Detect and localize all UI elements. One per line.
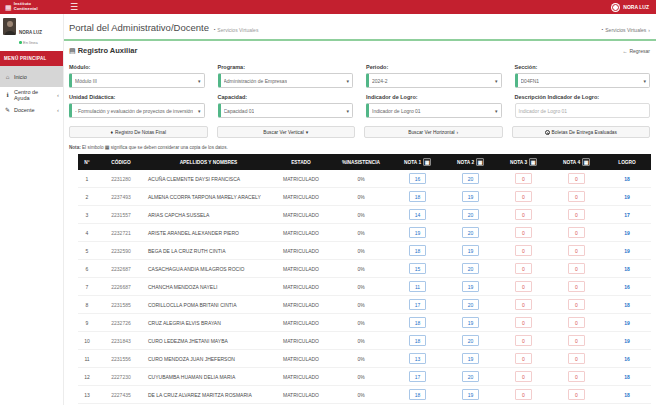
grid-icon[interactable]: ▦ [582,158,590,166]
nota1-input[interactable]: 18 [409,317,426,328]
grid-icon[interactable]: ▦ [476,158,484,166]
col-header-nota-2: NOTA 2▦ [444,154,497,170]
cell-nota3: 0 [497,206,550,224]
topbar-user-menu[interactable]: NORA LUZ [611,3,656,12]
nota4-input[interactable]: 0 [568,227,585,238]
logro-value[interactable]: 19 [624,194,630,200]
logro-value[interactable]: 19 [624,320,630,326]
nota4-input[interactable]: 0 [568,317,585,328]
nota3-input[interactable]: 0 [515,263,532,274]
col-header-inasistencia: %INASISTENCIA [331,154,391,170]
col-header-logro: LOGRO [603,154,651,170]
nota1-input[interactable]: 13 [409,353,426,364]
sidebar-user-name: NORA LUZ [19,30,42,35]
logro-value[interactable]: 18 [624,374,630,380]
nota1-input[interactable]: 18 [409,389,426,400]
nota3-input[interactable]: 0 [515,299,532,310]
nota3-input[interactable]: 0 [515,317,532,328]
nota4-input[interactable]: 0 [568,281,585,292]
nota2-input[interactable]: 19 [462,317,479,328]
nota4-input[interactable]: 0 [568,173,585,184]
sidebar-item-inicio[interactable]: ⌂Inicio [0,66,63,87]
button-label: Registro De Notas Final [115,130,166,135]
nota4-input[interactable]: 0 [568,263,585,274]
cell-nota1: 16 [391,170,444,188]
select-capacidad[interactable]: Capacidad 01▾ [218,103,354,118]
logro-value[interactable]: 18 [624,302,630,308]
nota1-input[interactable]: 14 [409,209,426,220]
boletas-de-entrega-evaluadas-button[interactable]: Boletas De Entrega Evaluadas [512,126,651,138]
logro-value[interactable]: 19 [624,338,630,344]
sidebar-item-docente[interactable]: ✎Docente‹ [0,102,63,117]
nota2-input[interactable]: 20 [462,371,479,382]
cell-status: MATRICULADO [271,314,331,332]
buscar-ver-vertical-button[interactable]: Buscar Ver Vertical▾ [217,126,356,138]
logro-value[interactable]: 18 [624,266,630,272]
nota3-input[interactable]: 0 [515,173,532,184]
select-periodo[interactable]: 2024-2▾ [366,73,502,88]
nota4-input[interactable]: 0 [568,389,585,400]
logro-value[interactable]: 17 [624,212,630,218]
nota2-input[interactable]: 20 [462,335,479,346]
nota2-input[interactable]: 19 [462,389,479,400]
nota1-input[interactable]: 18 [409,191,426,202]
select-programa[interactable]: Administración de Empresas▾ [218,73,354,88]
nota4-input[interactable]: 0 [568,209,585,220]
nota2-input[interactable]: 19 [462,353,479,364]
logro-value[interactable]: 18 [624,176,630,182]
nota3-input[interactable]: 0 [515,353,532,364]
students-table-wrap: N°CÓDIGOAPELLIDOS Y NOMBRESESTADO%INASIS… [78,154,651,404]
logro-value[interactable]: 19 [624,230,630,236]
nota3-input[interactable]: 0 [515,191,532,202]
nota1-input[interactable]: 18 [409,335,426,346]
nota1-input[interactable]: 16 [409,173,426,184]
nota4-input[interactable]: 0 [568,371,585,382]
hamburger-menu-icon[interactable]: ☰ [70,3,78,12]
nota3-input[interactable]: 0 [515,245,532,256]
nota2-input[interactable]: 20 [462,173,479,184]
nota4-input[interactable]: 0 [568,353,585,364]
nota1-input[interactable]: 17 [409,371,426,382]
nota1-input[interactable]: 11 [409,281,426,292]
sidebar-item-centro-de-ayuda[interactable]: ℹCentro de Ayuda‹ [0,87,63,102]
nota2-input[interactable]: 20 [462,263,479,274]
nota1-input[interactable]: 18 [409,245,426,256]
grid-icon[interactable]: ▦ [423,158,431,166]
back-link[interactable]: ← Regresar [622,48,650,54]
breadcrumb[interactable]: ▪ Servicios Virtuales › [602,27,650,33]
logro-value[interactable]: 16 [624,356,630,362]
logro-value[interactable]: 16 [624,284,630,290]
nota4-input[interactable]: 0 [568,191,585,202]
nota1-input[interactable]: 17 [409,299,426,310]
logro-value[interactable]: 18 [624,392,630,398]
select-seccion[interactable]: D04FN1▾ [515,73,651,88]
cell-absence-percent: 0% [331,368,391,386]
nota4-input[interactable]: 0 [568,299,585,310]
buscar-ver-horizontal-button[interactable]: Buscar Ver Horizontal› [364,126,503,138]
nota3-input[interactable]: 0 [515,371,532,382]
nota2-input[interactable]: 20 [462,227,479,238]
registro-de-notas-final-button[interactable]: ♦Registro De Notas Final [69,126,208,138]
nota3-input[interactable]: 0 [515,209,532,220]
nota2-input[interactable]: 20 [462,299,479,310]
brand-logo[interactable]: ▦ Instituto Continental [0,2,63,12]
logro-value[interactable]: 19 [624,248,630,254]
nota3-input[interactable]: 0 [515,335,532,346]
nota2-input[interactable]: 20 [462,209,479,220]
select-indicador-de-logro[interactable]: Indicador de Logro 01▾ [366,103,502,118]
select-modulo[interactable]: Módulo III▾ [69,73,205,88]
nota3-input[interactable]: 0 [515,389,532,400]
nota2-input[interactable]: 19 [462,245,479,256]
nota1-input[interactable]: 19 [409,227,426,238]
cell-status: MATRICULADO [271,350,331,368]
nota2-input[interactable]: 19 [462,281,479,292]
nota4-input[interactable]: 0 [568,335,585,346]
nota1-input[interactable]: 15 [409,263,426,274]
nota3-input[interactable]: 0 [515,227,532,238]
nota2-input[interactable]: 19 [462,191,479,202]
nota3-input[interactable]: 0 [515,281,532,292]
select-unidad-didactica[interactable]: - Formulación y evaluación de proyectos … [69,103,205,118]
nota4-input[interactable]: 0 [568,245,585,256]
input-descripcion-indicador-de-logro[interactable]: Indicador de Logro 01 [515,103,651,118]
grid-icon[interactable]: ▦ [529,158,537,166]
